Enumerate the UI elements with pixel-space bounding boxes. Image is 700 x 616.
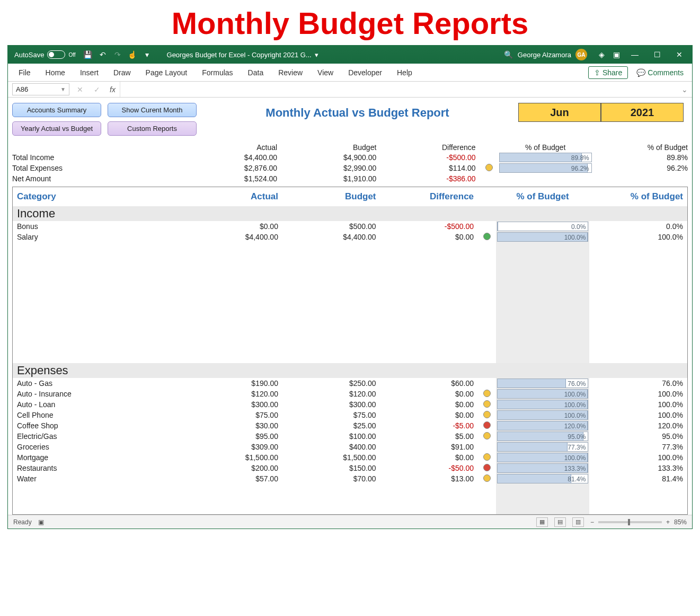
- table-row[interactable]: Restaurants $200.00 $150.00 -$50.00 133.…: [13, 463, 687, 473]
- tab-page-layout[interactable]: Page Layout: [139, 65, 194, 80]
- row-pct: 96.2%: [593, 163, 692, 173]
- empty-row[interactable]: [13, 494, 687, 504]
- tab-home[interactable]: Home: [39, 65, 72, 80]
- worksheet[interactable]: Accounts Summary Yearly Actual vs Budget…: [8, 98, 692, 515]
- row-dot: [478, 221, 496, 232]
- custom-reports-button[interactable]: Custom Reports: [108, 121, 197, 136]
- period-year[interactable]: 2021: [601, 103, 684, 122]
- row-difference: -$386.00: [380, 173, 480, 183]
- tab-file[interactable]: File: [12, 65, 37, 80]
- formula-bar: A86 ▼ ✕ ✓ fx ⌄: [8, 82, 692, 98]
- empty-row[interactable]: [13, 283, 687, 293]
- maximize-button[interactable]: ☐: [648, 50, 667, 59]
- formula-input[interactable]: [120, 82, 677, 97]
- empty-row[interactable]: [13, 484, 687, 494]
- zoom-out-icon[interactable]: −: [590, 518, 594, 526]
- empty-row[interactable]: [13, 262, 687, 272]
- table-row[interactable]: Coffee Shop $30.00 $25.00 -$5.00 120.0% …: [13, 420, 687, 431]
- table-row[interactable]: Electric/Gas $95.00 $100.00 $5.00 95.0% …: [13, 431, 687, 442]
- table-row[interactable]: Water $57.00 $70.00 $13.00 81.4% 81.4%: [13, 473, 687, 484]
- autosave-toggle[interactable]: AutoSave Off: [11, 50, 79, 59]
- touch-icon[interactable]: ☝: [127, 50, 138, 59]
- chevron-down-icon[interactable]: ▾: [315, 51, 318, 59]
- table-row[interactable]: Cell Phone $75.00 $75.00 $0.00 100.0% 10…: [13, 410, 687, 420]
- fx-icon[interactable]: fx: [105, 85, 120, 94]
- close-button[interactable]: ✕: [670, 50, 689, 59]
- zoom-control[interactable]: − + 85%: [590, 518, 687, 526]
- tab-formulas[interactable]: Formulas: [196, 65, 239, 80]
- table-row[interactable]: Groceries $309.00 $400.00 $91.00 77.3% 7…: [13, 442, 687, 452]
- tab-review[interactable]: Review: [272, 65, 309, 80]
- chevron-down-icon[interactable]: ▼: [60, 86, 66, 92]
- tab-data[interactable]: Data: [242, 65, 270, 80]
- save-icon[interactable]: 💾: [82, 50, 94, 59]
- toggle-icon[interactable]: [47, 50, 65, 59]
- table-row[interactable]: Total Expenses $2,876.00 $2,990.00 $114.…: [8, 163, 692, 173]
- period-month[interactable]: Jun: [518, 103, 601, 122]
- empty-row[interactable]: [13, 343, 687, 353]
- table-row[interactable]: Net Amount $1,524.00 $1,910.00 -$386.00: [8, 173, 692, 183]
- row-label: Cell Phone: [13, 410, 184, 420]
- row-difference: $60.00: [380, 378, 479, 389]
- view-page-layout-icon[interactable]: ▤: [554, 517, 566, 527]
- search-icon[interactable]: 🔍: [503, 50, 515, 59]
- empty-row[interactable]: [13, 242, 687, 252]
- macro-record-icon[interactable]: ▣: [38, 518, 44, 526]
- empty-row[interactable]: [13, 293, 687, 303]
- empty-row[interactable]: [13, 313, 687, 323]
- tab-view[interactable]: View: [311, 65, 340, 80]
- name-box[interactable]: A86 ▼: [12, 83, 69, 95]
- table-row[interactable]: Total Income $4,400.00 $4,900.00 -$500.0…: [8, 152, 692, 163]
- table-row[interactable]: Bonus $0.00 $500.00 -$500.00 0.0% 0.0%: [13, 221, 687, 232]
- empty-row[interactable]: [13, 353, 687, 363]
- minimize-button[interactable]: —: [625, 50, 644, 59]
- zoom-slider[interactable]: [598, 521, 662, 523]
- share-button[interactable]: ⇪ Share: [588, 66, 628, 79]
- empty-row[interactable]: [13, 303, 687, 313]
- row-actual: $75.00: [184, 410, 282, 420]
- tab-draw[interactable]: Draw: [107, 65, 137, 80]
- show-current-month-button[interactable]: Show Curent Month: [108, 103, 197, 117]
- tab-insert[interactable]: Insert: [74, 65, 105, 80]
- row-label: Coffee Shop: [13, 420, 184, 431]
- row-budget: $1,910.00: [281, 173, 380, 183]
- expand-formula-icon[interactable]: ⌄: [677, 85, 692, 94]
- diamond-icon[interactable]: ◈: [596, 50, 607, 59]
- table-row[interactable]: Salary $4,400.00 $4,400.00 $0.00 100.0% …: [13, 232, 687, 242]
- table-row[interactable]: Auto - Loan $300.00 $300.00 $0.00 100.0%…: [13, 399, 687, 410]
- view-normal-icon[interactable]: ▦: [536, 517, 548, 527]
- empty-row[interactable]: [13, 323, 687, 333]
- row-bar: 76.0%: [496, 378, 590, 389]
- table-row[interactable]: Mortgage $1,500.00 $1,500.00 $0.00 100.0…: [13, 452, 687, 463]
- row-dot: [478, 442, 496, 452]
- row-label: Groceries: [13, 442, 184, 452]
- table-row[interactable]: Auto - Gas $190.00 $250.00 $60.00 76.0% …: [13, 378, 687, 389]
- empty-row[interactable]: [13, 272, 687, 283]
- view-page-break-icon[interactable]: ▥: [572, 517, 584, 527]
- tab-developer[interactable]: Developer: [342, 65, 388, 80]
- qat-more-icon[interactable]: ▾: [141, 50, 153, 59]
- status-dot: [483, 411, 491, 418]
- ribbon-mode-icon[interactable]: ▣: [610, 50, 622, 59]
- cancel-formula-icon[interactable]: ✕: [72, 85, 88, 94]
- row-budget: $250.00: [282, 378, 380, 389]
- accounts-summary-button[interactable]: Accounts Summary: [12, 103, 101, 117]
- zoom-in-icon[interactable]: +: [666, 518, 670, 526]
- yearly-actual-vs-budget-button[interactable]: Yearly Actual vs Budget: [12, 121, 101, 136]
- empty-row[interactable]: [13, 252, 687, 262]
- accept-formula-icon[interactable]: ✓: [88, 85, 105, 94]
- comments-button[interactable]: 💬 Comments: [632, 66, 688, 79]
- row-dot: [478, 232, 496, 242]
- empty-row[interactable]: [13, 504, 687, 514]
- empty-row[interactable]: [13, 333, 687, 343]
- account-button[interactable]: George Alzamora GA: [518, 49, 587, 60]
- row-label: Total Income: [8, 152, 182, 163]
- row-budget: $4,400.00: [282, 232, 380, 242]
- tab-help[interactable]: Help: [391, 65, 419, 80]
- table-row[interactable]: Auto - Insurance $120.00 $120.00 $0.00 1…: [13, 389, 687, 399]
- row-budget: $1,500.00: [282, 452, 380, 463]
- row-label: Auto - Loan: [13, 399, 184, 410]
- redo-icon[interactable]: ↷: [112, 50, 123, 59]
- undo-icon[interactable]: ↶: [97, 50, 109, 59]
- detail-block: Category Actual Budget Difference % of B…: [12, 187, 688, 515]
